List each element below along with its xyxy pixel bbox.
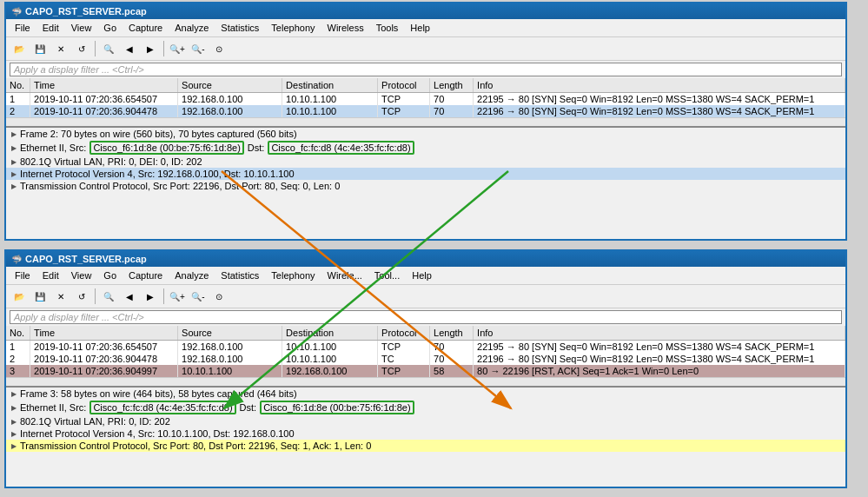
detail-text: Ethernet II, Src: (20, 402, 86, 413)
pkt-dst: 10.10.1.100 (282, 341, 378, 354)
pkt-len: 70 (430, 93, 474, 106)
pkt-time: 2019-10-11 07:20:36.654507 (30, 93, 178, 106)
bottom-hscrollbar[interactable] (6, 377, 845, 386)
toolbar-search-top[interactable]: 🔍 (99, 39, 118, 58)
table-row[interactable]: 2 2019-10-11 07:20:36.904478 192.168.0.1… (6, 105, 845, 117)
menu-view-bottom[interactable]: View (66, 268, 97, 282)
toolbar-zoom-in-top[interactable]: 🔍+ (168, 39, 187, 58)
menu-edit-top[interactable]: Edit (37, 21, 64, 35)
table-row[interactable]: 1 2019-10-11 07:20:36.654507 192.168.0.1… (6, 341, 845, 354)
menu-statistics-top[interactable]: Statistics (215, 21, 264, 35)
toolbar-prev-bottom[interactable]: ◀ (120, 287, 139, 306)
menu-statistics-bottom[interactable]: Statistics (215, 268, 264, 282)
menu-tools-top[interactable]: Tools (371, 21, 404, 35)
col-proto-top: Protocol (378, 78, 430, 93)
triangle-icon: ▶ (11, 442, 17, 450)
menu-telephony-top[interactable]: Telephony (266, 21, 320, 35)
bottom-window-title: CAPO_RST_SERVER.pcap (25, 254, 147, 264)
pkt-len: 70 (430, 105, 474, 117)
detail-row[interactable]: ▶ Internet Protocol Version 4, Src: 10.1… (6, 427, 845, 440)
detail-text: Transmission Control Protocol, Src Port:… (20, 441, 371, 451)
menu-edit-bottom[interactable]: Edit (37, 268, 64, 282)
toolbar-zoom-reset-bottom[interactable]: ⊙ (209, 287, 229, 306)
bottom-detail-panel: ▶ Frame 3: 58 bytes on wire (464 bits), … (6, 386, 845, 452)
detail-text-dst: Dst: (248, 142, 265, 153)
menu-analyze-bottom[interactable]: Analyze (169, 268, 214, 282)
toolbar-open-bottom[interactable]: 📂 (10, 287, 29, 306)
pkt-dst: 192.168.0.100 (282, 365, 378, 377)
menu-capture-top[interactable]: Capture (123, 21, 168, 35)
bottom-title-bar: 🦈 CAPO_RST_SERVER.pcap (6, 251, 845, 267)
col-no-top: No. (6, 78, 30, 93)
top-window-title: CAPO_RST_SERVER.pcap (25, 6, 147, 17)
menu-wireless-bottom[interactable]: Wirele... (322, 268, 368, 282)
detail-row[interactable]: ▶ Frame 3: 58 bytes on wire (464 bits), … (6, 388, 845, 400)
toolbar-reload-top[interactable]: ↺ (72, 39, 91, 58)
bottom-filter-bar[interactable]: Apply a display filter ... <Ctrl-/> (10, 310, 842, 324)
toolbar-zoom-reset-top[interactable]: ⊙ (209, 39, 229, 58)
menu-capture-bottom[interactable]: Capture (123, 268, 168, 282)
col-no-bottom: No. (6, 326, 30, 341)
pkt-time: 2019-10-11 07:20:36.904478 (30, 105, 178, 117)
detail-row[interactable]: ▶ 802.1Q Virtual LAN, PRI: 0, DEI: 0, ID… (6, 156, 845, 168)
pkt-time: 2019-10-11 07:20:36.904478 (30, 353, 178, 365)
table-row[interactable]: 2 2019-10-11 07:20:36.904478 192.168.0.1… (6, 353, 845, 365)
pkt-proto: TC (378, 353, 430, 365)
table-row[interactable]: 3 2019-10-11 07:20:36.904997 10.10.1.100… (6, 365, 845, 377)
toolbar-sep2-bottom (163, 288, 164, 304)
menu-help-bottom[interactable]: Help (407, 268, 437, 282)
menu-file-top[interactable]: File (10, 21, 36, 35)
detail-row[interactable]: ▶ Transmission Control Protocol, Src Por… (6, 180, 845, 192)
toolbar-save-bottom[interactable]: 💾 (30, 287, 50, 306)
menu-tools-bottom[interactable]: Tool... (369, 268, 405, 282)
pkt-proto: TCP (378, 341, 430, 354)
pkt-proto: TCP (378, 93, 430, 106)
detail-row[interactable]: ▶ Ethernet II, Src: Cisco_fc:fc:d8 (4c:4… (6, 400, 845, 415)
toolbar-save-top[interactable]: 💾 (30, 39, 50, 58)
pkt-proto: TCP (378, 105, 430, 117)
toolbar-sep1-top (95, 41, 96, 56)
menu-wireless-top[interactable]: Wireless (322, 21, 369, 35)
detail-text: Internet Protocol Version 4, Src: 192.16… (20, 169, 295, 179)
toolbar-next-top[interactable]: ▶ (141, 39, 160, 58)
toolbar-zoom-in-bottom[interactable]: 🔍+ (168, 287, 187, 306)
toolbar-open-top[interactable]: 📂 (10, 39, 29, 58)
toolbar-next-bottom[interactable]: ▶ (141, 287, 160, 306)
toolbar-zoom-out-bottom[interactable]: 🔍- (189, 287, 208, 306)
pkt-src: 192.168.0.100 (178, 353, 282, 365)
top-hscrollbar[interactable] (6, 117, 845, 126)
toolbar-close-top[interactable]: ✕ (51, 39, 70, 58)
top-filter-bar[interactable]: Apply a display filter ... <Ctrl-/> (10, 63, 842, 76)
toolbar-reload-bottom[interactable]: ↺ (72, 287, 91, 306)
triangle-icon: ▶ (11, 390, 17, 398)
top-filter-text: Apply a display filter ... <Ctrl-/> (14, 64, 144, 75)
triangle-icon: ▶ (11, 418, 17, 426)
col-dest-top: Destination (282, 78, 378, 93)
pkt-time: 2019-10-11 07:20:36.654507 (30, 341, 178, 354)
bottom-window-icon: 🦈 (11, 255, 22, 264)
menu-go-top[interactable]: Go (98, 21, 122, 35)
triangle-icon: ▶ (11, 144, 17, 152)
toolbar-zoom-out-top[interactable]: 🔍- (189, 39, 208, 58)
toolbar-search-bottom[interactable]: 🔍 (99, 287, 118, 306)
menu-analyze-top[interactable]: Analyze (169, 21, 214, 35)
menu-file-bottom[interactable]: File (10, 268, 36, 282)
pkt-len: 58 (430, 365, 474, 377)
pkt-no: 2 (6, 353, 30, 365)
detail-row[interactable]: ▶ Transmission Control Protocol, Src Por… (6, 440, 845, 452)
menu-telephony-bottom[interactable]: Telephony (266, 268, 320, 282)
detail-row[interactable]: ▶ Ethernet II, Src: Cisco_f6:1d:8e (00:b… (6, 140, 845, 156)
toolbar-prev-top[interactable]: ◀ (120, 39, 139, 58)
detail-row[interactable]: ▶ 802.1Q Virtual LAN, PRI: 0, ID: 202 (6, 415, 845, 427)
detail-text-dst: Dst: (240, 402, 257, 413)
toolbar-close-bottom[interactable]: ✕ (51, 287, 70, 306)
pkt-time: 2019-10-11 07:20:36.904997 (30, 365, 178, 377)
menu-help-top[interactable]: Help (405, 21, 435, 35)
detail-row[interactable]: ▶ Internet Protocol Version 4, Src: 192.… (6, 168, 845, 180)
table-row[interactable]: 1 2019-10-11 07:20:36.654507 192.168.0.1… (6, 93, 845, 106)
menu-view-top[interactable]: View (66, 21, 97, 35)
pkt-len: 70 (430, 353, 474, 365)
menu-go-bottom[interactable]: Go (98, 268, 122, 282)
detail-row[interactable]: ▶ Frame 2: 70 bytes on wire (560 bits), … (6, 128, 845, 140)
col-len-top: Length (430, 78, 474, 93)
